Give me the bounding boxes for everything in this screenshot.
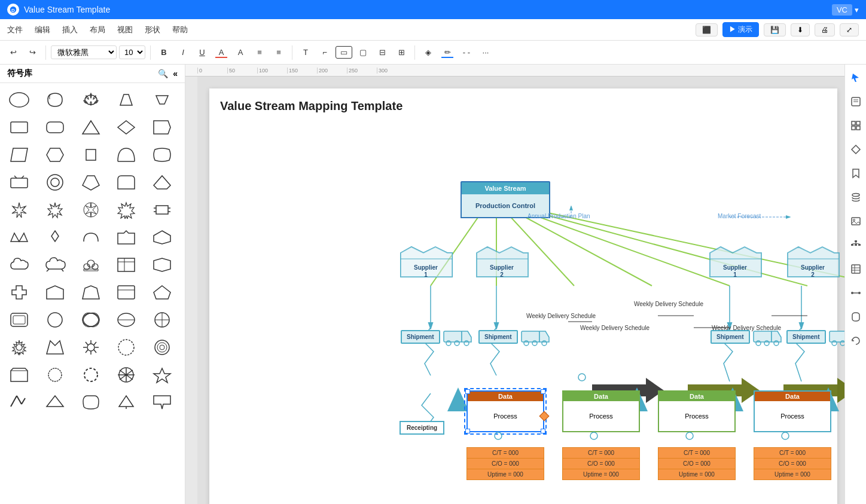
text-style-button[interactable]: A [232,45,249,59]
share-button[interactable]: ⤢ [840,23,859,36]
shape-item[interactable] [148,225,176,249]
print-button[interactable]: 🖨 [815,23,835,36]
menu-edit[interactable]: 编辑 [35,25,50,35]
underline-button[interactable]: U [194,45,211,59]
shape-item[interactable] [148,335,176,359]
canvas-wrapper[interactable]: Value Stream Mapping Template Value Stre… [197,77,844,504]
shape-item[interactable] [77,198,105,222]
shape-item[interactable] [112,363,141,387]
shape-item[interactable] [77,335,105,359]
right-panel-history[interactable] [847,332,864,349]
shape-item[interactable] [41,363,69,387]
shape-item[interactable] [112,308,141,332]
shape-item[interactable] [148,88,176,112]
sidebar-collapse-icon[interactable]: « [173,69,178,78]
bold-button[interactable]: B [155,45,172,59]
right-panel-diamond[interactable] [847,141,864,158]
menu-file[interactable]: 文件 [7,25,23,35]
italic-button[interactable]: I [175,45,191,59]
menu-shapes[interactable]: 形状 [145,25,160,35]
text-align-button[interactable]: ≡ [270,45,287,59]
data-process-1[interactable]: Data Process [466,390,544,432]
supplier-right-2[interactable]: Supplier 2 [786,244,840,282]
shipment-2[interactable]: Shipment [478,326,550,347]
shape-item[interactable] [112,335,141,359]
shape-item[interactable] [41,198,69,222]
shape-item[interactable] [148,143,176,167]
shipment-1[interactable]: Shipment [401,326,472,347]
shape-item[interactable] [77,308,105,332]
menu-help[interactable]: 帮助 [172,25,188,35]
shape-item[interactable] [112,390,141,414]
shape-item[interactable] [77,143,105,167]
arrange-button[interactable]: ⊞ [393,45,410,59]
shape-item[interactable] [112,198,141,222]
right-panel-format[interactable] [847,93,864,110]
right-panel-transform[interactable] [847,308,864,325]
redo-button[interactable]: ↪ [24,45,41,59]
font-size-select[interactable]: 10 12 14 16 18 [119,45,145,59]
supplier-left-1[interactable]: Supplier 1 [400,244,453,282]
right-panel-hierarchy[interactable] [847,237,864,253]
data-process-4[interactable]: Data Process [754,390,831,432]
corner-button[interactable]: ⌐ [316,45,333,59]
shape-item[interactable] [77,115,105,139]
shape-item[interactable] [5,335,33,359]
right-panel-layers[interactable] [847,189,864,206]
menu-layout[interactable]: 布局 [90,25,105,35]
shadow-button[interactable]: ▢ [355,45,371,59]
shape-item[interactable] [77,225,105,249]
shipment-3[interactable]: Shipment [711,326,782,347]
shape-item[interactable] [5,308,33,332]
shape-item[interactable] [41,115,69,139]
shape-item[interactable] [41,308,69,332]
shape-item[interactable] [77,280,105,304]
receipting-left[interactable]: Receipting [400,421,444,435]
right-panel-connect[interactable] [847,285,864,301]
shape-item[interactable] [5,280,33,304]
shape-item[interactable] [41,225,69,249]
shape-item[interactable] [41,390,69,414]
shape-item[interactable] [112,253,141,277]
line-style-button[interactable]: - - [458,45,475,59]
present-mode-button[interactable]: ⬛ [696,23,718,36]
shape-item[interactable] [112,143,141,167]
shape-item[interactable] [148,390,176,414]
text-tool-button[interactable]: T [297,45,314,59]
right-panel-image[interactable] [847,213,864,230]
fill-color-button[interactable]: ◈ [420,45,437,59]
supplier-left-2[interactable]: Supplier 2 [475,244,529,282]
more-button[interactable]: ··· [477,45,494,59]
shape-item[interactable] [41,143,69,167]
data-process-3[interactable]: Data Process [658,390,736,432]
user-dropdown-icon[interactable]: ▾ [855,5,859,14]
menu-insert[interactable]: 插入 [62,25,78,35]
sidebar-search-icon[interactable]: 🔍 [158,69,168,78]
shape-item[interactable] [41,170,69,194]
undo-button[interactable]: ↩ [5,45,22,59]
distribute-button[interactable]: ⊟ [374,45,391,59]
save-button[interactable]: 💾 [764,23,786,36]
shape-item[interactable] [5,225,33,249]
shape-item[interactable] [77,88,105,112]
canvas-area[interactable]: 0 50 100 150 200 250 300 [185,65,844,504]
font-color-button[interactable]: A [213,45,230,59]
shape-item[interactable] [5,253,33,277]
shape-item[interactable] [5,143,33,167]
shape-item[interactable] [148,253,176,277]
rect-button[interactable]: ▭ [336,46,352,59]
shape-item[interactable] [148,115,176,139]
user-avatar[interactable]: VC [832,4,852,16]
shape-item[interactable] [112,170,141,194]
play-present-button[interactable]: ▶ 演示 [722,22,759,37]
shape-item[interactable] [148,170,176,194]
production-control-header[interactable]: Value Stream [461,181,550,196]
shape-item[interactable] [77,170,105,194]
shape-item[interactable] [5,88,33,112]
align-button[interactable]: ≡ [251,45,268,59]
shape-item[interactable] [5,115,33,139]
supplier-right-1[interactable]: Supplier 1 [709,244,763,282]
font-family-select[interactable]: 微软雅黑 [51,45,117,59]
shape-item[interactable] [41,253,69,277]
shape-item[interactable] [148,198,176,222]
